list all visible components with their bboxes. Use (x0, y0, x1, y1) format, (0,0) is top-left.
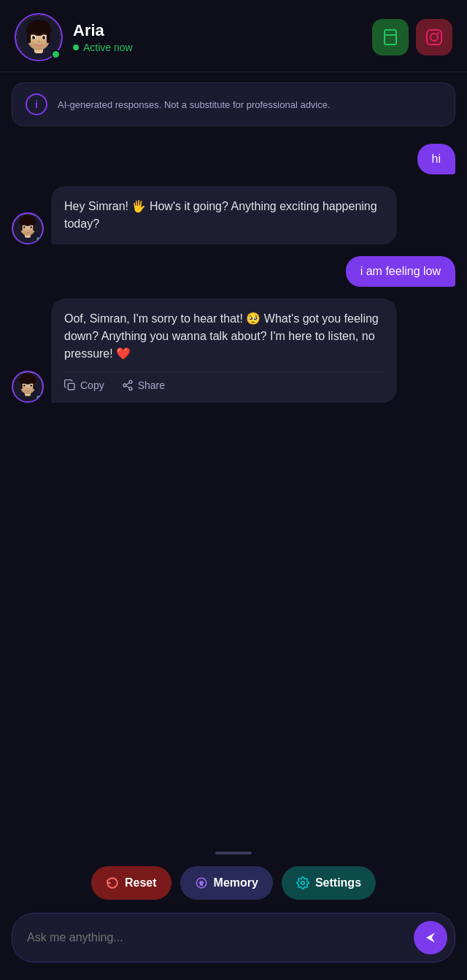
share-icon (122, 379, 134, 391)
svg-point-46 (129, 387, 132, 390)
send-icon (423, 930, 438, 945)
bot-avatar-dot-1 (35, 236, 42, 243)
instagram-icon (425, 28, 443, 46)
status-dot (73, 45, 79, 50)
input-row (12, 913, 455, 962)
svg-rect-13 (385, 30, 396, 45)
bot-message-text-1: Hey Simran! 🖐 How's it going? Anything e… (64, 200, 377, 230)
copy-label: Copy (80, 379, 104, 391)
svg-rect-37 (33, 379, 35, 389)
svg-point-1 (23, 56, 55, 59)
copy-icon (64, 379, 76, 391)
user-message-row-2: i am feeling low (12, 256, 455, 287)
status-text: Active now (83, 42, 133, 53)
svg-rect-36 (20, 379, 22, 389)
svg-rect-6 (27, 28, 31, 43)
bubble-actions: Copy Share (64, 371, 384, 391)
svg-point-12 (37, 41, 40, 43)
input-area (0, 913, 467, 980)
svg-point-29 (27, 229, 29, 231)
info-banner: i AI-generated responses. Not a substitu… (12, 82, 455, 126)
settings-label: Settings (315, 876, 361, 890)
svg-point-42 (27, 387, 29, 389)
bookmark-button[interactable] (372, 19, 409, 55)
info-text: AI-generated responses. Not a substitute… (58, 99, 331, 110)
header-info: Aria Active now (73, 21, 372, 53)
svg-rect-23 (20, 221, 22, 231)
share-button[interactable]: Share (122, 379, 165, 391)
bot-message-row-1: Hey Simran! 🖐 How's it going? Anything e… (12, 186, 455, 244)
bottom-actions: Reset Memory Settings (0, 866, 467, 913)
user-message-row-1: hi (12, 144, 455, 174)
reset-button[interactable]: Reset (91, 866, 171, 900)
svg-rect-7 (47, 28, 50, 43)
bot-avatar-1 (12, 212, 44, 244)
bot-bubble-1: Hey Simran! 🖐 How's it going? Anything e… (51, 186, 397, 244)
header-actions (372, 19, 452, 55)
user-message-text-1: hi (432, 153, 441, 165)
svg-rect-24 (33, 221, 35, 231)
svg-point-10 (32, 36, 35, 39)
chat-input[interactable] (27, 931, 406, 944)
avatar-container (15, 13, 63, 61)
reset-label: Reset (125, 876, 157, 890)
drag-indicator (215, 852, 252, 854)
bot-bubble-2: Oof, Simran, I'm sorry to hear that! 🥺 W… (51, 298, 397, 403)
bot-avatar-2 (12, 371, 44, 403)
svg-rect-43 (68, 383, 74, 390)
header: Aria Active now (0, 0, 467, 72)
bot-name: Aria (73, 21, 372, 40)
bot-message-row-2: Oof, Simran, I'm sorry to hear that! 🥺 W… (12, 298, 455, 403)
svg-point-40 (23, 385, 26, 387)
reset-icon (106, 876, 119, 890)
info-icon: i (26, 93, 47, 115)
user-bubble-1: hi (417, 144, 455, 174)
online-status-dot (51, 50, 61, 59)
status-row: Active now (73, 42, 372, 53)
bot-message-text-2: Oof, Simran, I'm sorry to hear that! 🥺 W… (64, 312, 379, 360)
user-bubble-2: i am feeling low (346, 256, 455, 287)
memory-icon (195, 876, 208, 890)
memory-label: Memory (214, 876, 258, 890)
svg-point-15 (431, 34, 438, 41)
bookmark-icon (382, 28, 399, 46)
svg-point-45 (123, 384, 126, 387)
chat-area: hi (0, 136, 467, 852)
svg-point-27 (23, 226, 26, 228)
svg-rect-14 (427, 30, 441, 45)
memory-button[interactable]: Memory (180, 866, 273, 900)
share-label: Share (138, 379, 165, 391)
send-button[interactable] (414, 921, 447, 954)
settings-icon (296, 876, 309, 890)
svg-point-44 (129, 380, 132, 383)
settings-button[interactable]: Settings (282, 866, 376, 900)
svg-point-11 (42, 36, 45, 39)
user-message-text-2: i am feeling low (360, 265, 441, 277)
svg-point-28 (30, 226, 32, 228)
svg-point-48 (301, 881, 305, 885)
instagram-button[interactable] (416, 19, 452, 55)
bot-avatar-dot-2 (35, 394, 42, 401)
svg-point-16 (437, 32, 439, 34)
copy-button[interactable]: Copy (64, 379, 104, 391)
svg-point-41 (30, 385, 32, 387)
